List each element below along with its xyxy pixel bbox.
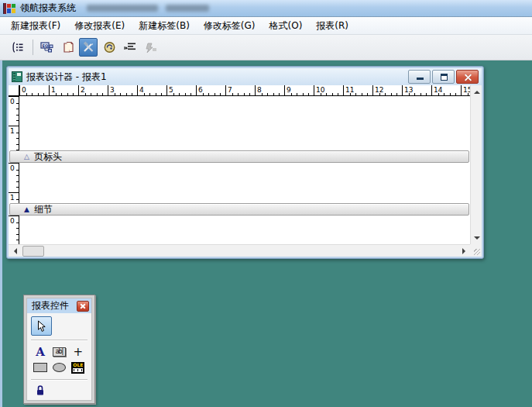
toolbox-close-button[interactable] (77, 301, 89, 312)
toolbox-titlebar[interactable]: 报表控件 (27, 298, 91, 313)
arrow-right-icon (462, 248, 469, 254)
toolbar-separator (33, 40, 33, 55)
copy-report-button[interactable] (58, 38, 77, 57)
ole-icon: OLE (71, 362, 84, 374)
align-left-icon (124, 41, 137, 53)
mdi-client-area: 报表设计器 - 报表1 0123456789101112131415 01 △ … (0, 60, 532, 407)
lock-icon (36, 385, 45, 396)
band-page-header[interactable]: △ 页标头 (9, 150, 469, 163)
main-toolbar: EQ (0, 35, 532, 60)
separator (31, 340, 88, 341)
run-icon (145, 41, 158, 53)
pointer-tool-button[interactable] (31, 316, 52, 336)
menu-new-label[interactable]: 新建标签(B) (132, 17, 197, 34)
scroll-down-button[interactable] (471, 232, 482, 244)
menu-bar: 新建报表(F) 修改报表(E) 新建标签(B) 修改标签(G) 格式(O) 报表… (0, 17, 532, 35)
maximize-icon (441, 74, 448, 81)
run-button (142, 38, 160, 57)
arrow-left-icon (11, 248, 17, 254)
collapse-triangle-icon: ▲ (24, 204, 29, 215)
maximize-button[interactable] (432, 70, 455, 84)
lock-tool[interactable] (31, 385, 50, 396)
report-section-page-header[interactable]: 01 (9, 163, 470, 203)
line-tool[interactable]: + (69, 347, 88, 357)
minimize-icon (417, 78, 424, 80)
design-canvas[interactable] (20, 216, 470, 244)
menu-edit-report[interactable]: 修改报表(E) (67, 17, 132, 34)
scroll-left-button[interactable] (9, 245, 21, 257)
ole-tool[interactable]: OLE (69, 362, 88, 374)
format-circle-button[interactable] (100, 38, 118, 57)
separator (31, 379, 88, 381)
toolbox-toggle-button[interactable] (79, 38, 98, 57)
band-label: 页标头 (34, 150, 62, 164)
toolbox-title: 报表控件 (32, 299, 77, 312)
label-tool[interactable]: A (31, 345, 50, 359)
band-label: 细节 (34, 203, 53, 216)
minimize-button[interactable] (408, 70, 431, 84)
pointer-arrow-icon (36, 320, 46, 333)
align-left-button[interactable] (121, 38, 139, 57)
menu-edit-label[interactable]: 修改标签(G) (197, 17, 263, 34)
svg-text:EQ: EQ (42, 43, 48, 48)
main-titlebar[interactable]: 领航报表系统 (0, 0, 532, 17)
design-canvas[interactable] (20, 96, 470, 150)
format-circle-icon (103, 41, 116, 53)
arrow-up-icon (474, 88, 480, 94)
designer-content: 0123456789101112131415 01 △ 页标头 01 (9, 85, 482, 257)
copy-report-icon (61, 41, 74, 54)
report-designer-window: 报表设计器 - 报表1 0123456789101112131415 01 △ … (6, 66, 484, 259)
data-source-icon: EQ (40, 41, 53, 53)
horizontal-scrollbar[interactable] (9, 244, 470, 257)
designer-title: 报表设计器 - 报表1 (26, 71, 407, 84)
menu-format[interactable]: 格式(O) (263, 17, 310, 34)
scroll-right-button[interactable] (458, 245, 470, 257)
close-button[interactable] (456, 70, 479, 84)
app-icon (3, 3, 15, 14)
field-list-icon (11, 41, 24, 53)
ellipse-tool[interactable] (50, 363, 68, 372)
designer-titlebar[interactable]: 报表设计器 - 报表1 (9, 68, 482, 85)
rectangle-tool[interactable] (31, 363, 50, 372)
vertical-scrollbar[interactable] (470, 85, 482, 244)
menu-report[interactable]: 报表(R) (309, 17, 355, 34)
arrow-down-icon (474, 236, 480, 243)
rectangle-icon (33, 363, 47, 372)
textbox-icon: ab| (53, 347, 66, 357)
report-section-top[interactable]: 01 (9, 96, 470, 150)
menu-new-report[interactable]: 新建报表(F) (4, 17, 67, 34)
scroll-up-button[interactable] (471, 85, 482, 98)
field-list-button[interactable] (8, 38, 26, 57)
ellipse-icon (53, 363, 66, 372)
ruler-corner (9, 85, 19, 96)
horizontal-scroll-thumb[interactable] (22, 246, 44, 257)
v-ruler: 0 (9, 216, 19, 244)
toolbox-tools-icon (82, 41, 95, 53)
textbox-tool[interactable]: ab| (50, 347, 68, 357)
redacted-text (87, 5, 158, 12)
h-ruler: 0123456789101112131415 (19, 85, 470, 96)
redacted-text (166, 5, 209, 12)
report-section-detail[interactable]: 0 (9, 216, 470, 244)
collapse-triangle-icon: △ (24, 151, 29, 162)
design-canvas[interactable] (20, 163, 470, 203)
data-source-button[interactable]: EQ (37, 38, 56, 57)
report-icon (12, 71, 22, 82)
v-ruler: 01 (9, 163, 19, 203)
toolbox-window: 报表控件 A ab| + (23, 295, 95, 404)
window-title: 领航报表系统 (20, 2, 76, 15)
resize-grip[interactable] (470, 244, 482, 257)
band-detail[interactable]: ▲ 细节 (9, 203, 469, 216)
v-ruler: 01 (9, 96, 19, 150)
